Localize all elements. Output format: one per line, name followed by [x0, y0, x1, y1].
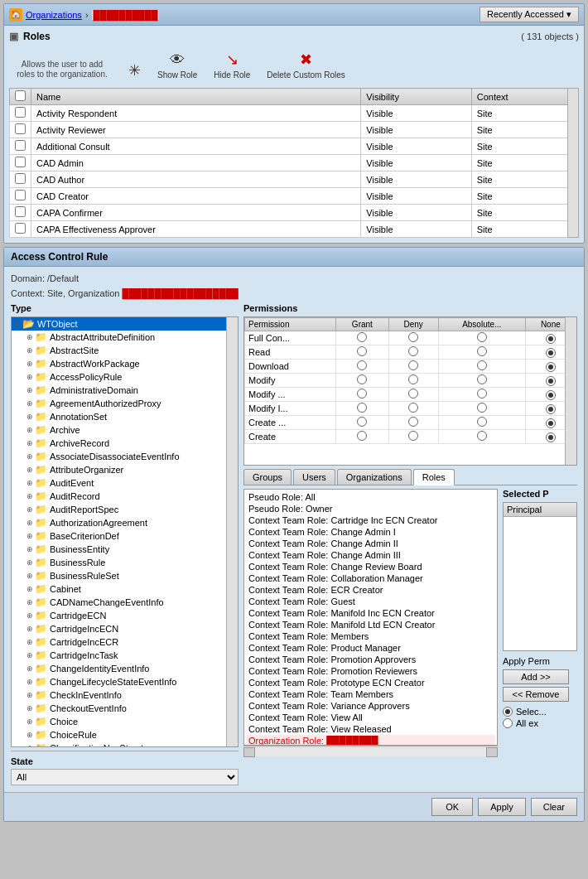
add-button[interactable]: Add >> — [503, 669, 569, 684]
absolute-radio[interactable] — [477, 346, 487, 356]
roles-list-item[interactable]: Context Team Role: Variance Approvers — [246, 700, 495, 712]
grant-radio[interactable] — [357, 403, 367, 413]
row-checkbox[interactable] — [15, 123, 26, 134]
perm-grant[interactable] — [336, 345, 388, 360]
table-row[interactable]: CAD Admin Visible Site — [10, 155, 579, 171]
roles-list-item[interactable]: Context Team Role: Change Admin III — [246, 549, 495, 561]
tab-groups[interactable]: Groups — [243, 469, 292, 485]
tree-item[interactable]: ⊕ 📁 CheckInEventInfo — [12, 688, 238, 702]
none-radio[interactable] — [546, 348, 556, 358]
type-tree[interactable]: ▼ 📂 WTObject ⊕ 📁 AbstractAttributeDefini… — [11, 316, 239, 747]
perm-grant[interactable] — [336, 331, 388, 345]
add-role-button[interactable]: ✳ — [128, 61, 141, 80]
deny-radio[interactable] — [408, 374, 418, 384]
roles-list-item[interactable]: Context Team Role: Promotion Reviewers — [246, 665, 495, 677]
none-radio[interactable] — [546, 432, 556, 442]
tree-item[interactable]: ⊕ 📁 ClassificationNavStruct — [12, 741, 238, 747]
clear-button[interactable]: Clear — [531, 798, 577, 816]
absolute-radio[interactable] — [477, 332, 487, 342]
perm-deny[interactable] — [388, 374, 438, 388]
perm-row[interactable]: Modify ... — [245, 388, 576, 402]
tree-item-expand[interactable]: ⊕ — [27, 519, 33, 527]
tree-item-expand[interactable]: ⊕ — [27, 678, 33, 686]
deny-radio[interactable] — [408, 346, 418, 356]
roles-list-item[interactable]: Pseudo Role: All — [246, 491, 495, 503]
row-checkbox-cell[interactable] — [10, 205, 31, 221]
tree-item[interactable]: ⊕ 📁 Choice — [12, 715, 238, 728]
tree-item-expand[interactable]: ⊕ — [27, 558, 33, 567]
row-checkbox-cell[interactable] — [10, 171, 31, 188]
perm-deny[interactable] — [388, 388, 438, 402]
perm-row[interactable]: Download — [245, 360, 576, 374]
delete-custom-roles-button[interactable]: ✖ Delete Custom Roles — [267, 51, 345, 80]
roles-list-item[interactable]: Pseudo Role: Owner — [246, 503, 495, 514]
perm-deny[interactable] — [388, 402, 438, 416]
ok-button[interactable]: OK — [431, 798, 473, 816]
table-row[interactable]: Additional Consult Visible Site — [10, 138, 579, 155]
tree-item-expand[interactable]: ⊕ — [27, 717, 33, 726]
perm-row[interactable]: Modify — [245, 374, 576, 388]
perm-deny[interactable] — [388, 345, 438, 360]
row-checkbox[interactable] — [15, 190, 26, 200]
perm-row[interactable]: Modify I... — [245, 402, 576, 416]
absolute-radio[interactable] — [477, 403, 487, 413]
select-all-checkbox[interactable] — [15, 90, 26, 101]
roles-list-item[interactable]: Context Team Role: Promotion Approvers — [246, 654, 495, 665]
none-radio[interactable] — [546, 334, 556, 344]
roles-list-item[interactable]: Context Team Role: Collaboration Manager — [246, 572, 495, 584]
absolute-radio[interactable] — [477, 389, 487, 398]
roles-list-item[interactable]: Context Team Role: Manifold Ltd ECN Crea… — [246, 619, 495, 630]
tree-item[interactable]: ⊕ 📁 BusinessRule — [12, 556, 238, 569]
tree-item[interactable]: ⊕ 📁 ChoiceRule — [12, 728, 238, 741]
roles-list-item[interactable]: Context Team Role: ECR Creator — [246, 584, 495, 596]
tree-item-expand[interactable]: ⊕ — [27, 651, 33, 659]
perm-absolute[interactable] — [438, 416, 525, 430]
radio-select[interactable] — [503, 707, 513, 717]
grant-radio[interactable] — [357, 417, 367, 427]
row-checkbox-cell[interactable] — [10, 138, 31, 155]
tree-item-expand[interactable]: ⊕ — [27, 373, 33, 381]
tree-item[interactable]: ⊕ 📁 AbstractSite — [12, 344, 238, 357]
home-icon[interactable]: 🏠 — [9, 8, 22, 22]
type-tree-scrollbar[interactable] — [226, 317, 238, 746]
table-row[interactable]: CAPA Effectiveness Approver Visible Site — [10, 221, 579, 238]
grant-radio[interactable] — [357, 360, 367, 370]
tab-organizations[interactable]: Organizations — [337, 469, 412, 485]
tree-item[interactable]: ⊕ 📁 AccessPolicyRule — [12, 370, 238, 384]
tree-item-expand[interactable]: ⊕ — [27, 439, 33, 447]
deny-radio[interactable] — [408, 332, 418, 342]
table-row[interactable]: CAPA Confirmer Visible Site — [10, 205, 579, 221]
tree-item[interactable]: ⊕ 📁 ChangeLifecycleStateEventInfo — [12, 675, 238, 688]
grant-radio[interactable] — [357, 346, 367, 356]
row-checkbox[interactable] — [15, 107, 26, 118]
table-row[interactable]: Activity Respondent Visible Site — [10, 105, 579, 122]
perm-absolute[interactable] — [438, 331, 525, 345]
tree-item-expand[interactable]: ⊕ — [27, 545, 33, 553]
tree-item-expand[interactable]: ⊕ — [27, 492, 33, 500]
tree-item-expand[interactable]: ⊕ — [27, 360, 33, 368]
perm-grant[interactable] — [336, 388, 388, 402]
perm-row[interactable]: Create ... — [245, 416, 576, 430]
row-checkbox[interactable] — [15, 140, 26, 151]
none-radio[interactable] — [546, 390, 556, 400]
row-checkbox[interactable] — [15, 206, 26, 217]
radio-all[interactable] — [503, 718, 513, 728]
perm-row[interactable]: Create — [245, 430, 576, 444]
row-checkbox-cell[interactable] — [10, 105, 31, 122]
tree-item-expand[interactable]: ⊕ — [27, 532, 33, 540]
tree-item-expand[interactable]: ⊕ — [27, 611, 33, 620]
perm-deny[interactable] — [388, 416, 438, 430]
tree-item-expand[interactable]: ⊕ — [27, 333, 33, 341]
table-row[interactable]: Activity Reviewer Visible Site — [10, 122, 579, 138]
tree-item[interactable]: ⊕ 📁 BusinessEntity — [12, 543, 238, 556]
tree-item-expand[interactable]: ⊕ — [27, 386, 33, 394]
grant-radio[interactable] — [357, 332, 367, 342]
deny-radio[interactable] — [408, 403, 418, 413]
roles-list-item[interactable]: Context Team Role: Manifold Inc ECN Crea… — [246, 607, 495, 619]
row-checkbox[interactable] — [15, 223, 26, 234]
tree-item-expand[interactable]: ⊕ — [27, 744, 33, 747]
tree-item-expand[interactable]: ⊕ — [27, 452, 33, 461]
deny-radio[interactable] — [408, 417, 418, 427]
tree-item[interactable]: ⊕ 📁 AuditRecord — [12, 490, 238, 503]
perm-grant[interactable] — [336, 374, 388, 388]
